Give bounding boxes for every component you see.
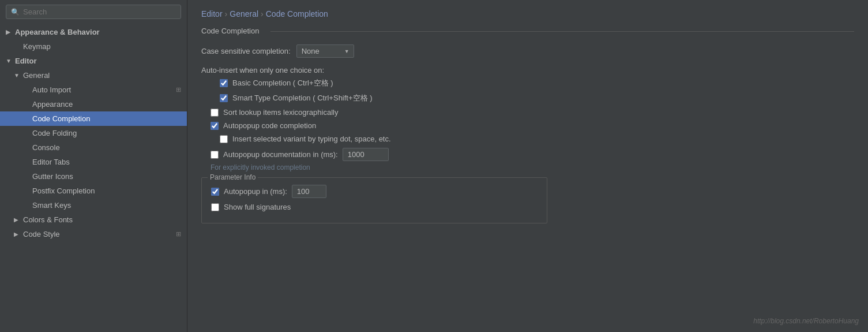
- sidebar-item-label-editor-tabs: Editor Tabs: [32, 158, 70, 166]
- sidebar-item-gutter-icons[interactable]: Gutter Icons: [0, 169, 187, 184]
- sidebar-item-colors-fonts[interactable]: Colors & Fonts: [0, 212, 187, 227]
- param-autopopup-input[interactable]: [292, 185, 326, 198]
- sidebar-item-appearance[interactable]: Appearance: [0, 97, 187, 111]
- sidebar-item-code-style[interactable]: Code Style⊞: [0, 227, 187, 241]
- sidebar-item-label-appearance: Appearance: [32, 100, 73, 109]
- section-title: Code Completion: [201, 27, 854, 35]
- autopopup-doc-label[interactable]: Autopopup documentation in (ms):: [223, 150, 338, 159]
- sidebar-item-label-keymap: Keymap: [23, 42, 51, 51]
- sidebar-item-label-code-style: Code Style: [23, 230, 60, 238]
- param-autopopup-row: Autopopup in (ms):: [211, 185, 538, 198]
- sidebar-item-editor[interactable]: Editor: [0, 54, 187, 68]
- case-sensitive-row: Case sensitive completion: None First le…: [201, 44, 854, 58]
- appearance-behavior-triangle-icon: [6, 29, 12, 35]
- sidebar-item-label-editor: Editor: [15, 57, 37, 65]
- sidebar-item-keymap[interactable]: Keymap: [0, 39, 187, 54]
- case-sensitive-select[interactable]: None First letter All: [296, 44, 354, 58]
- breadcrumb-general: General: [230, 9, 258, 18]
- autopopup-doc-container: Autopopup documentation in (ms): For exp…: [201, 148, 854, 171]
- autopopup-label[interactable]: Autopopup code completion: [223, 121, 316, 130]
- sidebar-item-label-console: Console: [32, 143, 60, 152]
- auto-insert-label: Auto-insert when only one choice on:: [201, 66, 324, 74]
- smart-completion-row: Smart Type Completion ( Ctrl+Shift+空格 ): [201, 93, 854, 103]
- show-full-signatures-label[interactable]: Show full signatures: [224, 203, 291, 211]
- sidebar-item-label-gutter-icons: Gutter Icons: [32, 172, 73, 181]
- sort-lookup-checkbox[interactable]: [211, 109, 219, 117]
- breadcrumb-sep-1: ›: [225, 9, 228, 18]
- param-autopopup-checkbox[interactable]: [211, 188, 219, 196]
- autopopup-checkbox[interactable]: [211, 122, 219, 130]
- auto-import-icon: ⊞: [176, 86, 181, 94]
- case-sensitive-select-wrapper[interactable]: None First letter All: [296, 44, 354, 58]
- sidebar-item-label-postfix-completion: Postfix Completion: [32, 186, 95, 195]
- sort-lookup-label[interactable]: Sort lookup items lexicographically: [223, 108, 338, 117]
- param-autopopup-label[interactable]: Autopopup in (ms):: [224, 187, 287, 196]
- sidebar-item-general[interactable]: General: [0, 68, 187, 83]
- sidebar-item-label-general: General: [23, 71, 50, 80]
- sidebar-item-label-auto-import: Auto Import: [32, 85, 71, 94]
- sidebar: 🔍 Appearance & BehaviorKeymapEditorGener…: [0, 0, 187, 332]
- basic-completion-checkbox[interactable]: [220, 79, 228, 87]
- sidebar-item-auto-import[interactable]: Auto Import⊞: [0, 83, 187, 97]
- show-full-signatures-row: Show full signatures: [211, 203, 538, 211]
- autopopup-doc-checkbox[interactable]: [211, 151, 219, 159]
- sidebar-item-editor-tabs[interactable]: Editor Tabs: [0, 155, 187, 169]
- param-info-box: Parameter Info Autopopup in (ms): Show f…: [201, 177, 547, 223]
- sidebar-item-label-smart-keys: Smart Keys: [32, 201, 71, 210]
- breadcrumb-sep-2: ›: [261, 9, 264, 18]
- smart-completion-checkbox[interactable]: [220, 94, 228, 102]
- sidebar-item-appearance-behavior[interactable]: Appearance & Behavior: [0, 25, 187, 39]
- main-content: Editor › General › Code Completion Code …: [187, 0, 868, 332]
- auto-insert-label-row: Auto-insert when only one choice on:: [201, 66, 854, 74]
- breadcrumb-editor: Editor: [201, 9, 223, 18]
- sidebar-item-console[interactable]: Console: [0, 140, 187, 155]
- insert-variant-row: Insert selected variant by typing dot, s…: [201, 135, 854, 143]
- search-input[interactable]: [23, 8, 176, 16]
- autopopup-doc-input[interactable]: [343, 148, 389, 161]
- sidebar-item-label-colors-fonts: Colors & Fonts: [23, 215, 73, 224]
- autopopup-doc-row: Autopopup documentation in (ms):: [201, 148, 854, 161]
- smart-completion-label[interactable]: Smart Type Completion ( Ctrl+Shift+空格 ): [232, 93, 373, 103]
- general-triangle-icon: [14, 72, 20, 79]
- code-style-icon: ⊞: [176, 230, 181, 238]
- watermark: http://blog.csdn.net/RobertoHuang: [753, 317, 859, 325]
- sidebar-item-smart-keys[interactable]: Smart Keys: [0, 198, 187, 212]
- sidebar-item-label-appearance-behavior: Appearance & Behavior: [15, 28, 100, 36]
- insert-variant-label[interactable]: Insert selected variant by typing dot, s…: [232, 135, 391, 143]
- show-full-signatures-checkbox[interactable]: [211, 203, 219, 211]
- code-style-triangle-icon: [14, 231, 20, 237]
- param-info-title: Parameter Info: [208, 173, 258, 181]
- basic-completion-row: Basic Completion ( Ctrl+空格 ): [201, 78, 854, 88]
- sidebar-item-postfix-completion[interactable]: Postfix Completion: [0, 184, 187, 198]
- sidebar-item-code-completion[interactable]: Code Completion: [0, 111, 187, 126]
- for-explicit-hint: For explicitly invoked completion: [201, 163, 854, 171]
- search-icon: 🔍: [11, 8, 20, 16]
- sort-lookup-row: Sort lookup items lexicographically: [201, 108, 854, 117]
- breadcrumb-code-completion: Code Completion: [266, 9, 328, 18]
- case-sensitive-label: Case sensitive completion:: [201, 47, 291, 55]
- autopopup-row: Autopopup code completion: [201, 121, 854, 130]
- sidebar-item-code-folding[interactable]: Code Folding: [0, 126, 187, 140]
- colors-fonts-triangle-icon: [14, 217, 20, 223]
- sidebar-item-label-code-completion: Code Completion: [32, 114, 90, 123]
- basic-completion-label[interactable]: Basic Completion ( Ctrl+空格 ): [232, 78, 333, 88]
- breadcrumb: Editor › General › Code Completion: [201, 9, 854, 18]
- sidebar-item-label-code-folding: Code Folding: [32, 129, 77, 137]
- insert-variant-checkbox[interactable]: [220, 135, 228, 143]
- editor-triangle-icon: [6, 58, 12, 64]
- nav-section: Appearance & BehaviorKeymapEditorGeneral…: [0, 24, 187, 243]
- search-box[interactable]: 🔍: [6, 5, 181, 19]
